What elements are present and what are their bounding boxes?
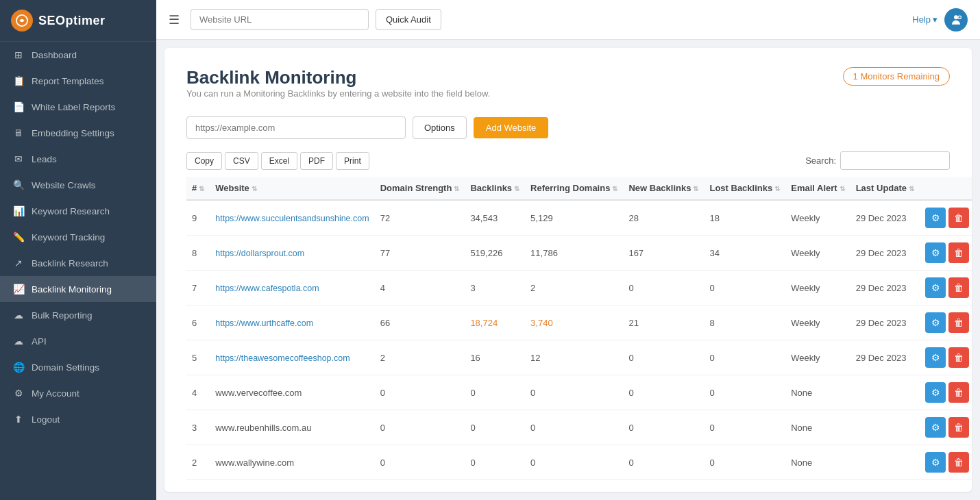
cell-6-0: 3 xyxy=(186,410,210,445)
cell-2-2: 4 xyxy=(375,271,465,305)
menu-toggle[interactable]: ☰ xyxy=(169,12,180,27)
sidebar-item-leads[interactable]: ✉Leads xyxy=(0,146,156,172)
cell-2-0: 7 xyxy=(186,271,210,305)
pdf-button[interactable]: PDF xyxy=(300,152,333,170)
cell-7-1: www.wallywine.com xyxy=(210,445,374,480)
excel-button[interactable]: Excel xyxy=(261,152,297,170)
sidebar-item-website-crawls[interactable]: 🔍Website Crawls xyxy=(0,172,156,198)
col-header-8[interactable]: Last Update⇅ xyxy=(850,177,920,200)
cell-6-1: www.reubenhills.com.au xyxy=(210,410,374,445)
cell-0-1: https://www.succulentsandsunshine.com xyxy=(210,200,374,236)
delete-button-4[interactable]: 🗑 xyxy=(948,347,969,368)
search-input[interactable] xyxy=(840,151,950,170)
cell-2-5: 0 xyxy=(623,271,704,305)
sidebar-item-bulk-reporting[interactable]: ☁Bulk Reporting xyxy=(0,302,156,328)
cell-5-1: www.vervecoffee.com xyxy=(210,375,374,410)
col-header-6[interactable]: Lost Backlinks⇅ xyxy=(704,177,785,200)
col-header-7[interactable]: Email Alert⇅ xyxy=(785,177,850,200)
website-link[interactable]: https://www.succulentsandsunshine.com xyxy=(215,214,369,223)
website-link[interactable]: https://dollarsprout.com xyxy=(215,249,304,258)
sidebar-item-api[interactable]: ☁API xyxy=(0,328,156,354)
sidebar-label-backlink-monitoring: Backlink Monitoring xyxy=(32,284,112,295)
options-button[interactable]: Options xyxy=(413,116,467,139)
sidebar-item-logout[interactable]: ⬆Logout xyxy=(0,406,156,432)
cell-5-7: None xyxy=(785,375,850,410)
delete-button-7[interactable]: 🗑 xyxy=(948,452,969,473)
sidebar-label-bulk-reporting: Bulk Reporting xyxy=(32,310,93,321)
delete-button-3[interactable]: 🗑 xyxy=(948,312,969,333)
sidebar-item-embedding-settings[interactable]: 🖥Embedding Settings xyxy=(0,120,156,146)
table-row: 3www.reubenhills.com.au00000None ⚙ 🗑 xyxy=(186,410,972,445)
settings-button-1[interactable]: ⚙ xyxy=(925,242,946,263)
print-button[interactable]: Print xyxy=(336,152,369,170)
table-row: 8https://dollarsprout.com77519,22611,786… xyxy=(186,236,972,271)
sidebar-label-report-templates: Report Templates xyxy=(32,76,104,86)
cell-6-5: 0 xyxy=(623,410,704,445)
sidebar-label-website-crawls: Website Crawls xyxy=(32,180,96,190)
topbar-url-input[interactable] xyxy=(191,9,369,30)
col-header-4[interactable]: Referring Domains⇅ xyxy=(525,177,623,200)
cell-6-2: 0 xyxy=(375,410,465,445)
sidebar-item-report-templates[interactable]: 📋Report Templates xyxy=(0,68,156,94)
settings-button-4[interactable]: ⚙ xyxy=(925,347,946,368)
page-title: Backlink Monitoring xyxy=(186,67,490,88)
website-link[interactable]: https://www.cafespotla.com xyxy=(215,284,319,293)
logo-icon xyxy=(11,10,33,32)
delete-button-6[interactable]: 🗑 xyxy=(948,417,969,438)
settings-button-3[interactable]: ⚙ xyxy=(925,312,946,333)
col-header-1[interactable]: Website⇅ xyxy=(210,177,374,200)
sidebar-item-keyword-tracking[interactable]: ✏️Keyword Tracking xyxy=(0,224,156,250)
settings-button-0[interactable]: ⚙ xyxy=(925,208,946,228)
sidebar-item-domain-settings[interactable]: 🌐Domain Settings xyxy=(0,354,156,380)
website-url-input[interactable] xyxy=(186,116,406,139)
col-header-5[interactable]: New Backlinks⇅ xyxy=(623,177,704,200)
cell-1-4: 11,786 xyxy=(525,236,623,271)
cell-2-3: 3 xyxy=(465,271,525,305)
content-header: Backlink Monitoring You can run a Monito… xyxy=(186,67,950,111)
cell-5-4: 0 xyxy=(525,375,623,410)
cell-4-2: 2 xyxy=(375,340,465,375)
sidebar-item-my-account[interactable]: ⚙My Account xyxy=(0,380,156,406)
cell-4-6: 0 xyxy=(704,340,785,375)
col-header-0[interactable]: #⇅ xyxy=(186,177,210,200)
cell-3-7: Weekly xyxy=(785,305,850,340)
website-link[interactable]: https://www.urthcaffe.com xyxy=(215,318,313,328)
sort-icon-0: ⇅ xyxy=(199,185,204,192)
cell-3-2: 66 xyxy=(375,305,465,340)
delete-button-1[interactable]: 🗑 xyxy=(948,242,969,263)
cell-2-4: 2 xyxy=(525,271,623,305)
table-toolbar: Copy CSV Excel PDF Print Search: xyxy=(186,151,950,170)
settings-button-5[interactable]: ⚙ xyxy=(925,382,946,403)
sidebar-item-dashboard[interactable]: ⊞Dashboard xyxy=(0,42,156,68)
cell-actions-4: ⚙ 🗑 xyxy=(920,340,972,375)
copy-button[interactable]: Copy xyxy=(186,152,222,170)
settings-button-2[interactable]: ⚙ xyxy=(925,277,946,298)
help-button[interactable]: Help ▾ xyxy=(912,14,938,25)
website-crawls-icon: 🔍 xyxy=(12,179,25,190)
delete-button-2[interactable]: 🗑 xyxy=(948,277,969,298)
settings-button-7[interactable]: ⚙ xyxy=(925,452,946,473)
cell-6-6: 0 xyxy=(704,410,785,445)
quick-audit-button[interactable]: Quick Audit xyxy=(376,9,441,30)
add-website-button[interactable]: Add Website xyxy=(474,117,548,138)
sidebar-item-backlink-research[interactable]: ↗Backlink Research xyxy=(0,250,156,276)
cell-actions-3: ⚙ 🗑 xyxy=(920,305,972,340)
report-templates-icon: 📋 xyxy=(12,75,25,86)
cell-0-0: 9 xyxy=(186,200,210,236)
delete-button-5[interactable]: 🗑 xyxy=(948,382,969,403)
settings-button-6[interactable]: ⚙ xyxy=(925,417,946,438)
sort-icon-8: ⇅ xyxy=(909,185,914,192)
website-link[interactable]: https://theawesomecoffeeshop.com xyxy=(215,353,350,363)
sidebar-item-backlink-monitoring[interactable]: 📈Backlink Monitoring xyxy=(0,276,156,302)
csv-button[interactable]: CSV xyxy=(225,152,258,170)
sidebar-item-white-label-reports[interactable]: 📄White Label Reports xyxy=(0,94,156,120)
cell-actions-2: ⚙ 🗑 xyxy=(920,271,972,305)
col-header-2[interactable]: Domain Strength⇅ xyxy=(375,177,465,200)
action-buttons-6: ⚙ 🗑 xyxy=(925,417,969,438)
user-avatar[interactable]: + xyxy=(944,8,968,32)
delete-button-0[interactable]: 🗑 xyxy=(948,208,969,228)
sidebar-item-keyword-research[interactable]: 📊Keyword Research xyxy=(0,198,156,224)
col-header-3[interactable]: Backlinks⇅ xyxy=(465,177,525,200)
cell-1-3: 519,226 xyxy=(465,236,525,271)
cell-1-0: 8 xyxy=(186,236,210,271)
